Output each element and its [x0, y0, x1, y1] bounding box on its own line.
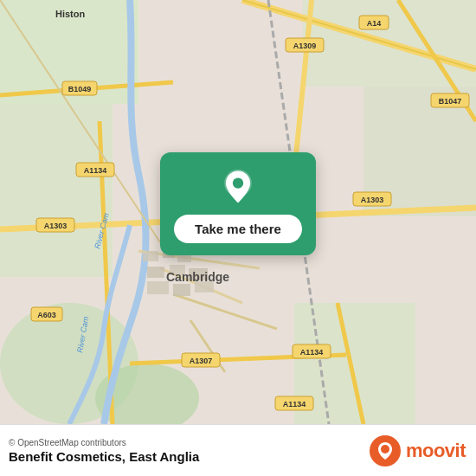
svg-rect-26 — [147, 267, 164, 278]
moovit-brand-icon — [370, 435, 401, 466]
bottom-bar: © OpenStreetMap contributors Benefit Cos… — [0, 424, 476, 476]
svg-point-59 — [233, 177, 243, 188]
svg-text:A1134: A1134 — [283, 400, 306, 408]
svg-text:B1049: B1049 — [68, 85, 92, 93]
moovit-logo[interactable]: moovit — [370, 435, 466, 466]
svg-text:B1047: B1047 — [439, 97, 462, 106]
map-container: A14 A1309 B1049 A1134 A1303 A1303 A603 R… — [0, 0, 476, 424]
svg-point-61 — [381, 445, 389, 453]
moovit-text: moovit — [406, 440, 466, 462]
svg-text:A1309: A1309 — [293, 42, 317, 50]
svg-text:A14: A14 — [367, 19, 382, 28]
svg-text:A1303: A1303 — [44, 222, 68, 230]
svg-text:Histon: Histon — [55, 9, 86, 19]
svg-text:Cambridge: Cambridge — [166, 270, 229, 284]
svg-rect-30 — [173, 284, 190, 296]
svg-text:A1303: A1303 — [361, 196, 384, 204]
take-me-there-button[interactable]: Take me there — [174, 215, 302, 243]
svg-text:A1134: A1134 — [300, 348, 324, 357]
location-pin-icon — [219, 168, 257, 206]
location-name: Benefit Cosmetics, East Anglia — [9, 449, 199, 464]
copyright-text: © OpenStreetMap contributors — [9, 438, 199, 447]
svg-rect-23 — [143, 251, 158, 261]
svg-text:A1134: A1134 — [84, 166, 107, 175]
svg-text:A1307: A1307 — [190, 357, 213, 365]
bottom-left: © OpenStreetMap contributors Benefit Cos… — [9, 438, 199, 464]
location-card[interactable]: Take me there — [160, 152, 316, 255]
svg-text:A603: A603 — [37, 311, 56, 319]
svg-rect-2 — [0, 104, 113, 277]
